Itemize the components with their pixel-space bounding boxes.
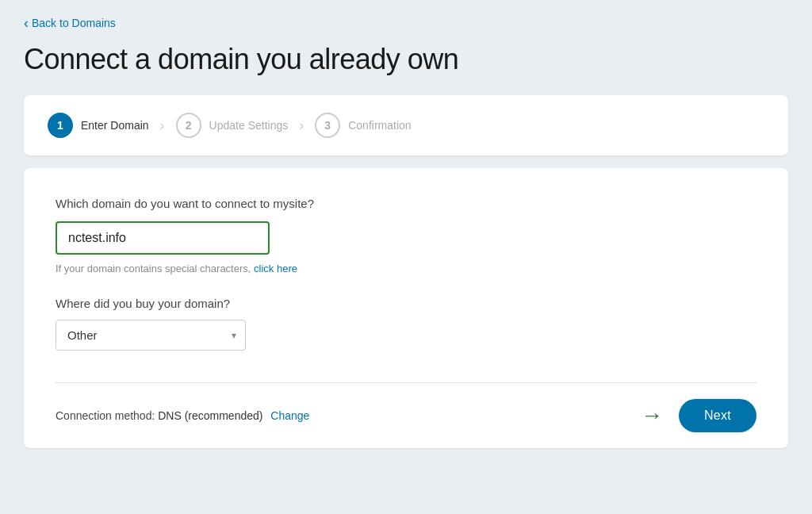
step-arrow-1: › — [160, 117, 165, 134]
connection-method-value: DNS (recommended) — [158, 409, 262, 422]
click-here-link[interactable]: click here — [254, 263, 297, 274]
step-3-circle: 3 — [315, 113, 340, 138]
registry-dropdown-wrapper: Other GoDaddy Namecheap Google Domains N… — [56, 320, 246, 351]
change-link[interactable]: Change — [270, 409, 309, 422]
registry-select[interactable]: Other GoDaddy Namecheap Google Domains N… — [56, 320, 246, 351]
step-1: 1 Enter Domain — [48, 113, 149, 138]
step-3: 3 Confirmation — [315, 113, 411, 138]
back-label: Back to Domains — [32, 17, 116, 29]
step-arrow-2: › — [299, 117, 304, 134]
step-2-circle: 2 — [176, 113, 201, 138]
footer-bar: Connection method: DNS (recommended) Cha… — [56, 382, 756, 448]
registry-question: Where did you buy your domain? — [56, 297, 756, 310]
back-to-domains-link[interactable]: Back to Domains — [24, 16, 116, 30]
arrow-icon: → — [641, 403, 663, 428]
step-2-label: Update Settings — [209, 119, 289, 132]
step-2: 2 Update Settings — [176, 113, 289, 138]
step-1-circle: 1 — [48, 113, 73, 138]
step-3-label: Confirmation — [348, 119, 411, 132]
connection-method-info: Connection method: DNS (recommended) Cha… — [56, 409, 309, 422]
footer-right: → Next — [641, 399, 756, 432]
next-button[interactable]: Next — [679, 399, 756, 432]
page-title: Connect a domain you already own — [24, 43, 788, 76]
domain-question: Which domain do you want to connect to m… — [56, 197, 756, 210]
domain-input[interactable] — [56, 221, 270, 255]
stepper-card: 1 Enter Domain › 2 Update Settings › 3 C… — [24, 95, 788, 155]
stepper: 1 Enter Domain › 2 Update Settings › 3 C… — [48, 113, 764, 138]
main-card: Which domain do you want to connect to m… — [24, 168, 788, 448]
special-chars-note: If your domain contains special characte… — [56, 263, 756, 274]
step-1-label: Enter Domain — [81, 119, 149, 132]
